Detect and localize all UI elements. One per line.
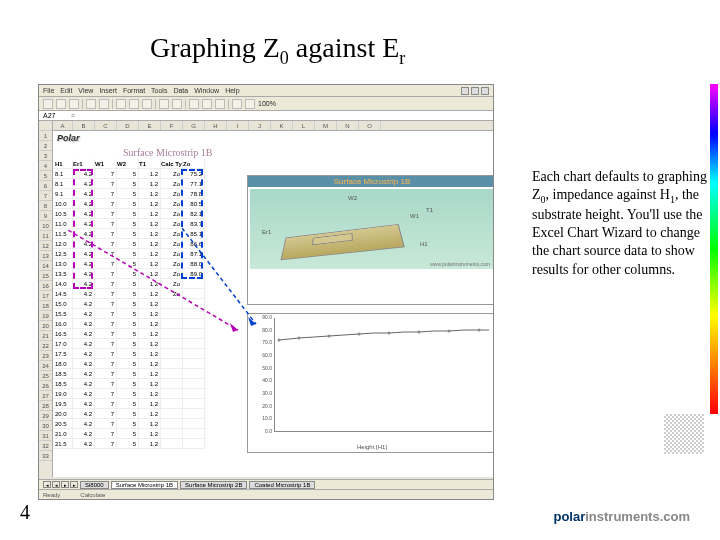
menu-edit[interactable]: Edit xyxy=(60,87,72,94)
menu-view[interactable]: View xyxy=(78,87,93,94)
open-icon[interactable] xyxy=(56,99,66,109)
col-header[interactable]: F xyxy=(161,121,183,130)
row-header[interactable]: 6 xyxy=(39,181,52,191)
row-header[interactable]: 16 xyxy=(39,281,52,291)
menubar: File Edit View Insert Format Tools Data … xyxy=(39,85,493,97)
row-header[interactable]: 14 xyxy=(39,261,52,271)
tab-coated-1b[interactable]: Coated Microstrip 1B xyxy=(249,481,315,489)
status-ready: Ready xyxy=(43,492,60,498)
row-header[interactable]: 1 xyxy=(39,131,52,141)
new-icon[interactable] xyxy=(43,99,53,109)
row-header[interactable]: 2 xyxy=(39,141,52,151)
polar-logo: Polar xyxy=(57,133,80,143)
grid[interactable]: ABCDEFGHIJKLMNO Polar Surface Microstrip… xyxy=(53,121,493,477)
svg-point-2 xyxy=(328,335,331,338)
sort-desc-icon[interactable] xyxy=(215,99,225,109)
cell-reference[interactable]: A27 xyxy=(43,112,67,119)
menu-window[interactable]: Window xyxy=(194,87,219,94)
row-header[interactable]: 27 xyxy=(39,391,52,401)
row-header[interactable]: 22 xyxy=(39,341,52,351)
redo-icon[interactable] xyxy=(172,99,182,109)
row-header[interactable]: 15 xyxy=(39,271,52,281)
slide-title: Graphing Z0 against Er xyxy=(150,32,405,69)
status-bar: Ready Calculate xyxy=(39,489,493,499)
menu-tools[interactable]: Tools xyxy=(151,87,167,94)
menu-format[interactable]: Format xyxy=(123,87,145,94)
col-header[interactable]: A xyxy=(53,121,73,130)
row-header[interactable]: 31 xyxy=(39,431,52,441)
tab-prev-icon[interactable]: ◂ xyxy=(52,481,60,488)
row-header[interactable]: 28 xyxy=(39,401,52,411)
maximize-icon[interactable] xyxy=(471,87,479,95)
row-header[interactable]: 30 xyxy=(39,421,52,431)
col-header[interactable]: N xyxy=(337,121,359,130)
col-header[interactable]: M xyxy=(315,121,337,130)
col-header[interactable]: L xyxy=(293,121,315,130)
row-header[interactable]: 7 xyxy=(39,191,52,201)
col-header[interactable]: E xyxy=(139,121,161,130)
line-chart[interactable]: 90.0 80.0 70.0 60.0 50.0 40.0 30.0 20.0 … xyxy=(247,313,493,453)
chart-xlabel: Height [H1] xyxy=(357,444,387,450)
undo-icon[interactable] xyxy=(159,99,169,109)
row-header[interactable]: 10 xyxy=(39,221,52,231)
row-header[interactable]: 33 xyxy=(39,451,52,461)
col-header[interactable]: I xyxy=(227,121,249,130)
copy-icon[interactable] xyxy=(129,99,139,109)
menu-file[interactable]: File xyxy=(43,87,54,94)
menu-data[interactable]: Data xyxy=(173,87,188,94)
print-icon[interactable] xyxy=(86,99,96,109)
menu-insert[interactable]: Insert xyxy=(99,87,117,94)
drawing-icon[interactable] xyxy=(245,99,255,109)
row-header[interactable]: 4 xyxy=(39,161,52,171)
row-header[interactable]: 25 xyxy=(39,371,52,381)
row-header[interactable]: 29 xyxy=(39,411,52,421)
tab-surface-1b[interactable]: Surface Microstrip 1B xyxy=(111,481,178,489)
menu-help[interactable]: Help xyxy=(225,87,239,94)
sheet-title: Surface Microstrip 1B xyxy=(123,147,212,158)
col-header[interactable]: O xyxy=(359,121,381,130)
paste-icon[interactable] xyxy=(142,99,152,109)
zoom-level[interactable]: 100% xyxy=(258,100,276,107)
row-header[interactable]: 8 xyxy=(39,201,52,211)
formula-input[interactable]: = xyxy=(71,112,75,119)
row-header[interactable]: 23 xyxy=(39,351,52,361)
row-header[interactable]: 24 xyxy=(39,361,52,371)
sort-asc-icon[interactable] xyxy=(202,99,212,109)
col-header[interactable]: H xyxy=(205,121,227,130)
row-header[interactable]: 18 xyxy=(39,301,52,311)
col-header[interactable]: B xyxy=(73,121,95,130)
chart-icon[interactable] xyxy=(232,99,242,109)
row-header[interactable]: 20 xyxy=(39,321,52,331)
chart-diagram[interactable]: Surface Microstrip 1B W2 W1 Er1 H1 T1 ww… xyxy=(247,175,493,305)
preview-icon[interactable] xyxy=(99,99,109,109)
cut-icon[interactable] xyxy=(116,99,126,109)
col-header[interactable]: K xyxy=(271,121,293,130)
tab-si8000[interactable]: Si8000 xyxy=(80,481,109,489)
row-header[interactable]: 11 xyxy=(39,231,52,241)
row-header[interactable]: 12 xyxy=(39,241,52,251)
save-icon[interactable] xyxy=(69,99,79,109)
row-header[interactable]: 19 xyxy=(39,311,52,321)
row-header[interactable]: 13 xyxy=(39,251,52,261)
row-header[interactable]: 9 xyxy=(39,211,52,221)
minimize-icon[interactable] xyxy=(461,87,469,95)
col-header[interactable]: G xyxy=(183,121,205,130)
close-icon[interactable] xyxy=(481,87,489,95)
svg-point-1 xyxy=(298,337,301,340)
col-header[interactable]: J xyxy=(249,121,271,130)
tab-last-icon[interactable]: ▸ xyxy=(70,481,78,488)
row-header[interactable]: 3 xyxy=(39,151,52,161)
col-header[interactable]: D xyxy=(117,121,139,130)
row-header[interactable]: 5 xyxy=(39,171,52,181)
tab-next-icon[interactable]: ▸ xyxy=(61,481,69,488)
svg-point-0 xyxy=(278,339,281,342)
tab-surface-2b[interactable]: Surface Microstrip 2B xyxy=(180,481,247,489)
checker-box xyxy=(664,414,704,454)
row-header[interactable]: 21 xyxy=(39,331,52,341)
row-header[interactable]: 17 xyxy=(39,291,52,301)
row-header[interactable]: 26 xyxy=(39,381,52,391)
col-header[interactable]: C xyxy=(95,121,117,130)
tab-first-icon[interactable]: ◂ xyxy=(43,481,51,488)
sum-icon[interactable] xyxy=(189,99,199,109)
row-header[interactable]: 32 xyxy=(39,441,52,451)
